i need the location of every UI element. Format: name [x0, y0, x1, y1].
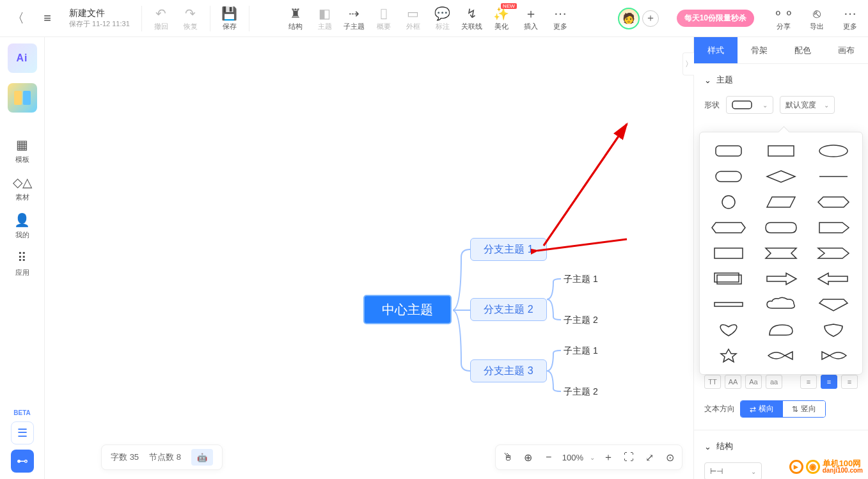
fit-icon[interactable]: ⛶: [622, 452, 636, 463]
shape-select[interactable]: ⌄: [726, 96, 773, 114]
vertical-button[interactable]: ⇅ 竖向: [783, 401, 825, 417]
shape-capsule-hex[interactable]: [756, 217, 806, 239]
relation-button[interactable]: ↯关联线: [458, 2, 486, 35]
shape-star[interactable]: [704, 345, 754, 366]
tab-canvas[interactable]: 画布: [825, 37, 868, 63]
shape-fish-left[interactable]: [756, 345, 806, 366]
zoom-bar: 🖱 ⊕ − 100%⌄ ＋ ⛶ ⤢ ⊙: [495, 444, 683, 470]
center-node[interactable]: 中心主题: [363, 294, 452, 325]
zoom-in-button[interactable]: ＋: [601, 451, 615, 464]
assistant-icon[interactable]: 🤖: [191, 449, 213, 466]
export-button[interactable]: ⎋导出: [803, 2, 831, 35]
outline-view-button[interactable]: ☰: [11, 421, 34, 444]
section-topic-header[interactable]: ⌄ 主题: [704, 70, 858, 90]
shape-thick-line[interactable]: [704, 294, 754, 315]
child-node-4[interactable]: 子主题 2: [564, 386, 598, 398]
child-node-2[interactable]: 子主题 2: [564, 315, 598, 326]
watermark: ▸ ◉ 单机100网 danji100.com: [789, 459, 863, 474]
summary-button[interactable]: ⌷概要: [370, 2, 398, 35]
branch-node-3[interactable]: 分支主题 3: [470, 359, 547, 382]
apps-item[interactable]: ⠿应用: [15, 250, 29, 278]
tab-style[interactable]: 样式: [694, 37, 738, 63]
boundary-button[interactable]: ▭外框: [399, 2, 427, 35]
zoom-value[interactable]: 100%: [562, 453, 583, 462]
beautify-button[interactable]: ✨NEW美化: [487, 2, 516, 35]
subtopic-button[interactable]: ⇢子主题: [340, 2, 368, 35]
shape-parallelogram[interactable]: [756, 191, 806, 213]
tab-skeleton[interactable]: 骨架: [738, 37, 781, 63]
shape-circle[interactable]: [704, 191, 754, 213]
templates-item[interactable]: ▦模板: [15, 137, 29, 164]
shape-shield[interactable]: [809, 319, 858, 341]
share-button[interactable]: ⚬⚬分享: [769, 2, 798, 35]
zoom-out-button[interactable]: −: [542, 452, 556, 463]
add-collaborator-button[interactable]: ＋: [642, 10, 659, 27]
align-center-button[interactable]: ≡: [821, 375, 837, 389]
more-button[interactable]: ⋯更多: [836, 2, 864, 35]
shape-chevron-right[interactable]: [809, 242, 858, 264]
shape-fish-right[interactable]: [809, 345, 858, 366]
align-right-button[interactable]: ≡: [841, 375, 858, 389]
shape-leaf[interactable]: [756, 319, 806, 341]
shape-pill[interactable]: [704, 166, 754, 187]
user-avatar[interactable]: 🧑: [618, 8, 640, 29]
tab-colors[interactable]: 配色: [781, 37, 825, 63]
recenter-icon[interactable]: ⊕: [521, 452, 535, 464]
structure-button[interactable]: ♜结构: [281, 2, 310, 35]
menu-button[interactable]: ≡: [33, 2, 61, 35]
more-view-icon[interactable]: ⊙: [663, 452, 677, 464]
tt-btn-2[interactable]: AA: [725, 375, 741, 389]
svg-rect-0: [14, 91, 22, 105]
tt-btn-3[interactable]: Aa: [745, 375, 762, 389]
shape-underline[interactable]: [809, 166, 858, 187]
branch-node-2[interactable]: 分支主题 2: [470, 298, 547, 321]
shape-arrow-right[interactable]: [756, 268, 806, 290]
shape-gem[interactable]: [809, 294, 858, 315]
align-left-button[interactable]: ≡: [800, 375, 817, 389]
shape-heart[interactable]: [704, 319, 754, 341]
promo-pill[interactable]: 每天10份限量秒杀: [677, 10, 754, 27]
branch-node-1[interactable]: 分支主题 1: [470, 238, 547, 261]
layout-card[interactable]: [8, 83, 37, 113]
shape-hexagon-wide[interactable]: [704, 217, 754, 239]
insert-button[interactable]: ＋插入: [517, 2, 545, 35]
shape-ellipse[interactable]: [809, 140, 858, 162]
mindmap-view-button[interactable]: ⊷: [11, 450, 34, 473]
structure-select[interactable]: ⊢⊣⌄: [704, 462, 762, 479]
tt-btn-4[interactable]: aa: [766, 375, 782, 389]
svg-line-2: [544, 124, 627, 246]
svg-marker-15: [712, 223, 745, 233]
assets-item[interactable]: ◇△素材: [13, 175, 32, 202]
child-node-3[interactable]: 子主题 1: [564, 345, 598, 357]
shape-arrow-left[interactable]: [809, 268, 858, 290]
child-node-1[interactable]: 子主题 1: [564, 274, 598, 285]
fullscreen-icon[interactable]: ⤢: [642, 452, 656, 464]
undo-button[interactable]: ↶撤回: [147, 2, 175, 35]
redo-button[interactable]: ↷恢复: [177, 2, 205, 35]
svg-marker-25: [819, 299, 848, 311]
section-structure-header[interactable]: ⌄ 结构: [704, 437, 858, 456]
mouse-mode-icon[interactable]: 🖱: [501, 452, 515, 463]
back-button[interactable]: 〈: [4, 2, 32, 35]
shape-double-rect[interactable]: [704, 268, 754, 290]
rightpanel-collapse-handle[interactable]: 〉: [683, 52, 694, 75]
doc-title[interactable]: 新建文件: [69, 8, 130, 19]
more-tools-button[interactable]: ⋯更多: [546, 2, 574, 35]
shape-diamond[interactable]: [756, 166, 806, 187]
shape-cloud[interactable]: [756, 294, 806, 315]
horizontal-button[interactable]: ⇄ 横向: [741, 401, 783, 417]
mine-item[interactable]: 👤我的: [14, 212, 30, 240]
theme-button[interactable]: ◧主题: [311, 2, 339, 35]
shape-hexagon[interactable]: [809, 191, 858, 213]
ai-card[interactable]: Ai: [8, 43, 37, 73]
shape-rect[interactable]: [756, 140, 806, 162]
shape-ribbon[interactable]: [756, 242, 806, 264]
save-button[interactable]: 💾保存: [216, 2, 244, 35]
shape-flag[interactable]: [704, 242, 754, 264]
tt-btn-1[interactable]: TT: [704, 375, 721, 389]
width-select[interactable]: 默认宽度⌄: [780, 96, 835, 114]
note-button[interactable]: 💬标注: [429, 2, 457, 35]
shape-tag-right[interactable]: [809, 217, 858, 239]
shape-rounded-rect[interactable]: [704, 140, 754, 162]
rightpanel-tabs: 样式 骨架 配色 画布: [694, 37, 868, 64]
